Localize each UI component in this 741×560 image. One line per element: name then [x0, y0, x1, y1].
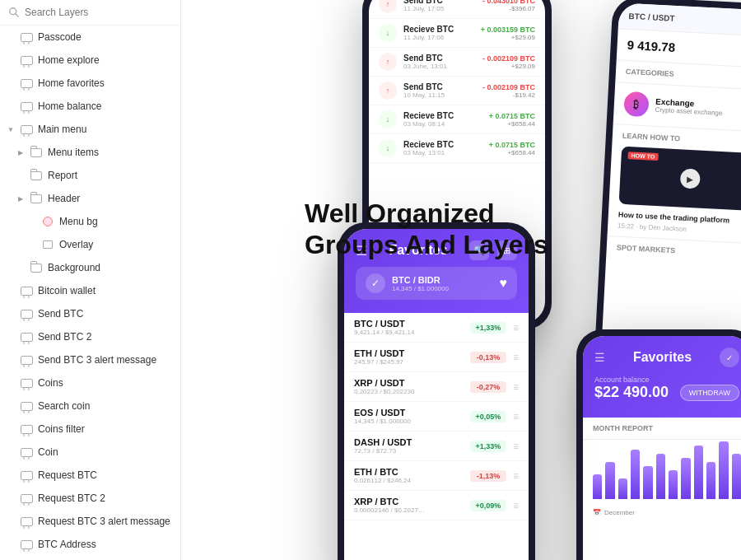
tx-usd: +$29.09	[481, 34, 535, 41]
phone-balance: ☰ Favorites ✓ Account balance $22 490.00…	[576, 329, 741, 560]
layer-label: Request BTC 2	[38, 492, 105, 504]
layer-item-home-favorites[interactable]: Home favorites	[0, 72, 180, 95]
layer-item-send-btc[interactable]: Send BTC	[0, 302, 180, 325]
tx-btc: - 0.002109 BTC	[482, 54, 535, 63]
layer-item-send-btc-3[interactable]: Send BTC 3 alert message	[0, 348, 180, 371]
coin-badge: +0,05%	[470, 411, 506, 422]
chart-bar	[732, 454, 741, 499]
transaction-row: ↑ Send BTC 11 July, 17:05 - 0.043010 BTC…	[369, 0, 545, 19]
layer-label: Coins filter	[38, 423, 85, 435]
headline-line2: Groups And Layers	[305, 229, 548, 260]
layer-item-menu-items[interactable]: Menu items	[0, 141, 180, 164]
layer-icon-screen	[20, 422, 33, 436]
layer-item-background[interactable]: Background	[0, 256, 180, 279]
layer-icon-screen	[20, 330, 33, 343]
layer-label: Passcode	[38, 31, 82, 43]
layer-item-main-menu[interactable]: Main menu	[0, 118, 180, 141]
layer-item-home-balance[interactable]: Home balance	[0, 95, 180, 118]
layer-item-btc-address[interactable]: BTC Address	[0, 533, 180, 556]
chart-bar	[681, 458, 690, 499]
video-thumbnail: HOW TO ▶	[619, 147, 741, 212]
tx-amount: - 0.043010 BTC -$396.07	[482, 0, 535, 12]
layer-item-menu-bg[interactable]: Menu bg	[0, 210, 180, 233]
layer-item-passcode[interactable]: Passcode	[0, 26, 180, 49]
layer-item-home-explore[interactable]: Home explore	[0, 49, 180, 72]
coin-row: EOS / USDT 14,345 / $1.000000 +0,05% ≡	[344, 402, 529, 432]
chart-bar	[593, 474, 602, 499]
layer-icon-screen	[20, 284, 33, 297]
phone2-screen: ☰ Favorites 🔍 ⊞ ✓ BTC / BIDR 14,345 / $1…	[344, 229, 529, 560]
tx-date: 03 May, 08:14	[403, 120, 482, 128]
tx-usd: +$658.44	[489, 149, 535, 156]
search-bar[interactable]	[0, 0, 180, 26]
headline-line1: Well Organized	[305, 198, 548, 229]
coin-menu: ≡	[513, 322, 519, 334]
layer-label: Overlay	[59, 239, 93, 250]
search-input[interactable]	[25, 7, 172, 18]
tx-info: Send BTC 10 May, 11:15	[403, 82, 476, 99]
layer-item-search-coin[interactable]: Search coin	[0, 394, 180, 418]
tx-name: Recieve BTC	[403, 140, 482, 149]
layer-label: Request BTC 3 alert message	[38, 516, 170, 527]
layer-label: Report	[48, 170, 77, 181]
tx-icon: ↑	[379, 53, 397, 71]
tx-btc: - 0.043010 BTC	[482, 0, 535, 5]
exchange-icon: ₿	[623, 91, 650, 118]
layer-item-request-btc-3[interactable]: Request BTC 3 alert message	[0, 510, 180, 533]
layer-item-coins[interactable]: Coins	[0, 371, 180, 394]
layer-item-request-btc[interactable]: Request BTC	[0, 464, 180, 487]
chart-bar	[631, 450, 640, 499]
coin-menu: ≡	[513, 352, 519, 363]
transaction-row: ↓ Recieve BTC 03 May, 08:14 + 0.0715 BTC…	[369, 105, 545, 134]
tx-amount: + 0.0715 BTC +$658.44	[489, 141, 535, 156]
layer-label: Coin	[38, 446, 58, 458]
layer-label: Send BTC 2	[38, 331, 91, 343]
tx-amount: - 0.002109 BTC -$19.42	[482, 83, 535, 99]
tx-icon: ↓	[379, 139, 397, 157]
play-button[interactable]: ▶	[680, 168, 701, 189]
tx-info: Send BTC 03 June, 13:01	[403, 54, 476, 70]
layer-icon-screen	[20, 376, 33, 390]
layer-item-bitcoin-wallet[interactable]: Bitcoin wallet	[0, 279, 180, 302]
coin-row: DASH / USDT 72,73 / $72.73 +1,33% ≡	[344, 432, 529, 461]
layer-item-header[interactable]: Header	[0, 187, 180, 210]
layer-item-overlay[interactable]: Overlay	[0, 233, 180, 256]
layer-icon-screen	[20, 353, 33, 366]
layer-icon-folder	[30, 261, 43, 274]
layer-label: Home balance	[38, 100, 101, 112]
layer-icon-screen	[20, 123, 33, 136]
tx-btc: + 0.003159 BTC	[481, 26, 535, 34]
layer-icon-screen	[20, 446, 33, 459]
layer-icon-screen	[20, 77, 33, 90]
chart-bar	[706, 462, 715, 499]
layer-item-coin[interactable]: Coin	[0, 441, 180, 464]
phone4-header: ☰ Favorites ✓ Account balance $22 490.00…	[583, 336, 741, 418]
chart-bar	[719, 441, 728, 499]
tx-date: 03 June, 13:01	[403, 63, 476, 70]
tx-date: 03 May, 13:01	[403, 149, 482, 156]
tx-name: Send BTC	[403, 82, 476, 91]
chart-bar	[656, 454, 665, 499]
layer-item-coins-filter[interactable]: Coins filter	[0, 418, 180, 441]
coin-badge: +1,33%	[470, 441, 506, 452]
coin-info: DASH / USDT 72,73 / $72.73	[354, 437, 464, 455]
coin-row: BTC / USDT 9,421.14 / $9,421.14 +1,33% ≡	[344, 313, 529, 343]
layer-chevron	[16, 148, 25, 156]
tx-amount: + 0.003159 BTC +$29.09	[481, 26, 535, 41]
layer-item-report[interactable]: Report	[0, 164, 180, 187]
coin-sub: 0.00002146 / $0.2027…	[354, 506, 464, 514]
layer-icon-folder	[30, 146, 43, 159]
layer-label: Request BTC	[38, 469, 97, 481]
layer-item-send-btc-2[interactable]: Send BTC 2	[0, 325, 180, 348]
transaction-row: ↑ Send BTC 10 May, 11:15 - 0.002109 BTC …	[369, 77, 545, 105]
layer-icon-screen	[20, 30, 33, 44]
tx-date: 11 July, 17:05	[403, 5, 476, 12]
layer-icon-screen	[20, 538, 33, 551]
layer-icon-screen	[20, 492, 33, 505]
layer-item-request-btc-2[interactable]: Request BTC 2	[0, 487, 180, 510]
tx-name: Recieve BTC	[403, 25, 474, 34]
tx-btc: - 0.002109 BTC	[482, 83, 535, 91]
coin-badge: -1,13%	[470, 470, 506, 482]
layer-icon-folder	[30, 192, 43, 205]
layer-label: Send BTC 3 alert message	[38, 354, 156, 366]
